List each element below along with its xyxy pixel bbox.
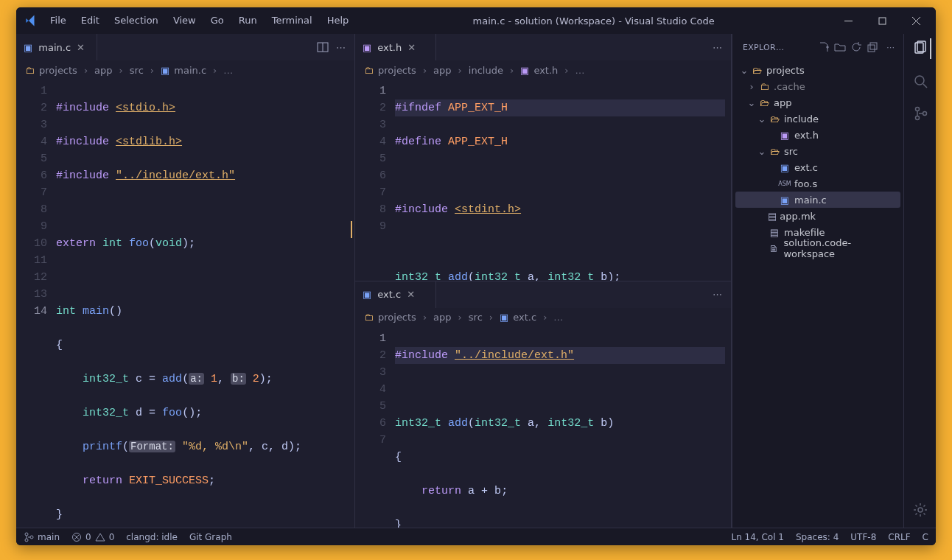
status-eol[interactable]: CRLF bbox=[888, 532, 910, 542]
activity-bar bbox=[903, 34, 936, 528]
new-folder-icon[interactable] bbox=[834, 41, 850, 53]
titlebar: File Edit Selection View Go Run Terminal… bbox=[16, 7, 936, 34]
tab-main-c[interactable]: ▣ main.c ✕ bbox=[16, 34, 97, 60]
menu-run[interactable]: Run bbox=[231, 7, 265, 34]
menu-go[interactable]: Go bbox=[203, 7, 231, 34]
tab-label: ext.c bbox=[377, 289, 401, 300]
svg-line-13 bbox=[923, 84, 927, 88]
tree-item-ext-c[interactable]: ▣ext.c bbox=[735, 159, 900, 175]
tab-label: main.c bbox=[38, 42, 71, 53]
c-file-icon: ▣ bbox=[778, 195, 791, 206]
more-actions-icon[interactable]: ⋯ bbox=[336, 42, 346, 53]
editor-group-3: ▣ ext.c ✕ ⋯ 🗀 projects app src bbox=[355, 281, 731, 528]
tree-root-projects[interactable]: ⌄🗁projects bbox=[735, 62, 900, 78]
explorer-title: EXPLOR… bbox=[743, 43, 818, 52]
tree-item-include[interactable]: ⌄🗁include bbox=[735, 111, 900, 127]
folder-icon: 🗀 bbox=[364, 65, 374, 76]
folder-open-icon: 🗁 bbox=[757, 97, 771, 108]
status-encoding[interactable]: UTF-8 bbox=[850, 532, 876, 542]
menu-terminal[interactable]: Terminal bbox=[265, 7, 320, 34]
activity-settings-icon[interactable] bbox=[910, 500, 931, 520]
svg-point-18 bbox=[25, 533, 28, 536]
h-file-icon: ▣ bbox=[778, 130, 791, 141]
c-file-icon: ▣ bbox=[778, 162, 791, 173]
status-indentation[interactable]: Spaces: 4 bbox=[796, 532, 839, 542]
tab-ext-h[interactable]: ▣ ext.h ✕ bbox=[355, 34, 436, 60]
h-file-icon: ▣ bbox=[520, 65, 529, 76]
svg-point-19 bbox=[25, 539, 28, 542]
new-file-icon[interactable] bbox=[818, 41, 834, 53]
workspace-file-icon: 🗎 bbox=[768, 243, 781, 254]
split-editor-icon[interactable] bbox=[317, 41, 329, 53]
menu-help[interactable]: Help bbox=[320, 7, 357, 34]
activity-explorer-icon[interactable] bbox=[911, 38, 931, 59]
status-problems[interactable]: 0 0 bbox=[71, 532, 114, 542]
close-button[interactable] bbox=[899, 7, 933, 34]
status-branch[interactable]: main bbox=[24, 532, 60, 542]
svg-point-14 bbox=[915, 108, 919, 111]
tab-ext-c[interactable]: ▣ ext.c ✕ bbox=[355, 281, 436, 308]
more-icon[interactable]: ⋯ bbox=[883, 43, 899, 52]
menu-selection[interactable]: Selection bbox=[107, 7, 166, 34]
breadcrumbs-main[interactable]: 🗀 projects app src ▣ main.c bbox=[16, 60, 354, 80]
close-icon[interactable]: ✕ bbox=[407, 289, 415, 300]
activity-source-control-icon[interactable] bbox=[910, 103, 931, 124]
menu-file[interactable]: File bbox=[43, 7, 74, 34]
status-language[interactable]: C bbox=[923, 532, 928, 542]
gutter: 123 456 789 101112 1314 bbox=[16, 80, 56, 528]
editor-group-2: ▣ ext.h ✕ ⋯ 🗀 projects app include bbox=[355, 34, 731, 281]
status-clangd[interactable]: clangd: idle bbox=[126, 532, 178, 542]
status-cursor-position[interactable]: Ln 14, Col 1 bbox=[731, 532, 784, 542]
minimize-button[interactable] bbox=[831, 7, 865, 34]
svg-rect-1 bbox=[879, 18, 886, 24]
c-file-icon: ▣ bbox=[161, 65, 169, 76]
refresh-icon[interactable] bbox=[850, 41, 867, 53]
more-actions-icon[interactable]: ⋯ bbox=[713, 289, 722, 300]
tree-item-foo-s[interactable]: ASMfoo.s bbox=[735, 175, 900, 192]
tree-item-workspace[interactable]: 🗎solution.code-workspace bbox=[735, 240, 900, 256]
modified-indicator bbox=[351, 221, 352, 238]
tree-item-ext-h[interactable]: ▣ext.h bbox=[735, 127, 900, 143]
statusbar: main 0 0 clangd: idle Git Graph Ln 14, C… bbox=[16, 528, 936, 545]
maximize-button[interactable] bbox=[865, 7, 899, 34]
more-actions-icon[interactable]: ⋯ bbox=[713, 42, 722, 53]
svg-point-15 bbox=[915, 116, 919, 120]
svg-point-20 bbox=[30, 536, 33, 539]
menubar: File Edit Selection View Go Run Terminal… bbox=[43, 7, 356, 34]
folder-icon: 🗀 bbox=[757, 81, 771, 92]
explorer-tree: ⌄🗁projects ›🗀.cache ⌄🗁app ⌄🗁include ▣ext… bbox=[732, 60, 903, 259]
collapse-all-icon[interactable] bbox=[867, 41, 883, 53]
tab-label: ext.h bbox=[377, 42, 402, 53]
code-main[interactable]: #include <stdio.h> #include <stdlib.h> #… bbox=[56, 80, 354, 528]
vscode-window: File Edit Selection View Go Run Terminal… bbox=[16, 7, 936, 545]
svg-point-17 bbox=[918, 508, 923, 512]
folder-icon: 🗀 bbox=[25, 65, 35, 76]
window-title: main.c - solution (Workspace) - Visual S… bbox=[356, 15, 831, 27]
close-icon[interactable]: ✕ bbox=[77, 42, 85, 53]
vscode-logo-icon bbox=[19, 9, 43, 32]
folder-open-icon: 🗁 bbox=[768, 113, 781, 125]
c-file-icon: ▣ bbox=[363, 289, 371, 300]
svg-rect-8 bbox=[868, 45, 875, 52]
menu-edit[interactable]: Edit bbox=[74, 7, 107, 34]
tree-item-app-mk[interactable]: ▤app.mk bbox=[735, 208, 900, 224]
tree-item-cache[interactable]: ›🗀.cache bbox=[735, 78, 900, 94]
window-controls bbox=[831, 7, 933, 34]
editor-main-c[interactable]: 123 456 789 101112 1314 #include <stdio.… bbox=[16, 80, 354, 528]
editor-ext-h[interactable]: 123 456 789 #ifndef APP_EXT_H #define AP… bbox=[355, 80, 731, 281]
editor-ext-c[interactable]: 123 456 7 #include "../include/ext.h" in… bbox=[355, 327, 731, 528]
folder-open-icon: 🗁 bbox=[768, 146, 781, 157]
mk-file-icon: ▤ bbox=[768, 211, 777, 222]
tree-item-app[interactable]: ⌄🗁app bbox=[735, 94, 900, 111]
c-file-icon: ▣ bbox=[24, 42, 32, 53]
breadcrumbs-exth[interactable]: 🗀 projects app include ▣ ext.h bbox=[355, 60, 731, 80]
activity-search-icon[interactable] bbox=[910, 71, 931, 91]
tree-item-src[interactable]: ⌄🗁src bbox=[735, 143, 900, 159]
menu-view[interactable]: View bbox=[166, 7, 203, 34]
folder-open-icon: 🗁 bbox=[750, 65, 763, 76]
makefile-icon: ▤ bbox=[768, 227, 781, 238]
tree-item-main-c[interactable]: ▣main.c bbox=[735, 192, 900, 208]
close-icon[interactable]: ✕ bbox=[407, 42, 416, 53]
status-gitgraph[interactable]: Git Graph bbox=[189, 532, 232, 542]
breadcrumbs-extc[interactable]: 🗀 projects app src ▣ ext.c bbox=[355, 308, 731, 327]
